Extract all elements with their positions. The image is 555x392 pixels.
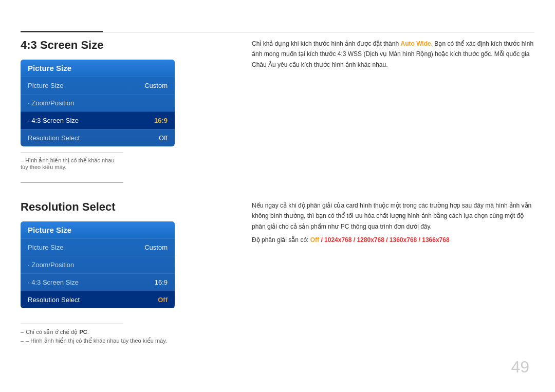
- section2-title: Resolution Select: [21, 200, 267, 214]
- menu-header-2: Picture Size: [21, 221, 175, 238]
- res-values: / 1024x768 / 1280x768 / 1360x768 / 1366x…: [319, 236, 450, 244]
- menu-item-zoom-position-2[interactable]: · Zoom/Position: [21, 256, 175, 273]
- menu-panel-2: Picture Size Picture Size Custom · Zoom/…: [21, 221, 175, 308]
- note-pc: PC: [80, 329, 87, 335]
- menu-item-label: Resolution Select: [28, 296, 80, 304]
- section-43-screen-size: 4:3 Screen Size Picture Size Picture Siz…: [21, 39, 267, 171]
- menu-item-label: · 4:3 Screen Size: [28, 117, 79, 124]
- menu-item-label: Picture Size: [28, 244, 63, 251]
- resolution-label: Độ phân giải sẵn có:: [252, 236, 310, 244]
- menu-item-zoom-position[interactable]: · Zoom/Position: [21, 94, 175, 111]
- menu-item-value: 16:9: [155, 278, 168, 286]
- divider-2: [21, 324, 123, 324]
- section1-note: – Hình ảnh hiển thị có thể khác nhau tùy…: [21, 153, 123, 171]
- section-resolution-select: Resolution Select Picture Size Picture S…: [21, 200, 267, 308]
- section2-description: Nếu ngay cả khi độ phân giải của card hì…: [252, 200, 534, 246]
- res-off: Off: [310, 236, 319, 244]
- menu-header-1: Picture Size: [21, 60, 175, 77]
- section1-title: 4:3 Screen Size: [21, 39, 267, 52]
- note-text-2: – Hình ảnh hiển thị có thể khác nhau tùy…: [26, 338, 167, 344]
- section1-note-text: – Hình ảnh hiển thị có thể khác nhau tùy…: [21, 157, 114, 170]
- menu-item-label: Resolution Select: [28, 134, 80, 142]
- menu-item-43-screen-size[interactable]: · 4:3 Screen Size 16:9: [21, 111, 175, 129]
- menu-item-43-screen-size-2[interactable]: · 4:3 Screen Size 16:9: [21, 273, 175, 291]
- note-line-1: – Chỉ có sẵn ở chế độ PC.: [21, 329, 175, 335]
- menu-item-picture-size[interactable]: Picture Size Custom: [21, 77, 175, 94]
- menu-item-value: Custom: [144, 244, 168, 251]
- menu-item-resolution-select-1[interactable]: Resolution Select Off: [21, 129, 175, 146]
- menu-item-value: 16:9: [154, 117, 168, 124]
- section2-para1: Nếu ngay cả khi độ phân giải của card hì…: [252, 200, 534, 232]
- menu-panel-1: Picture Size Picture Size Custom · Zoom/…: [21, 60, 175, 146]
- top-line-right: [103, 32, 534, 32]
- desc1-before: Chỉ khả dụng khi kích thước hình ảnh đượ…: [252, 40, 400, 47]
- menu-item-value: Off: [158, 296, 168, 304]
- menu-item-label: · Zoom/Position: [28, 261, 74, 269]
- top-line-left: [21, 31, 103, 32]
- menu-item-resolution-select-2[interactable]: Resolution Select Off: [21, 291, 175, 308]
- note-line-2: – – Hình ảnh hiển thị có thể khác nhau t…: [21, 338, 175, 344]
- menu-item-picture-size-2[interactable]: Picture Size Custom: [21, 238, 175, 256]
- menu-item-value: Custom: [144, 82, 168, 89]
- page-number: 49: [511, 358, 529, 377]
- desc1-highlight: Auto Wide: [400, 40, 431, 47]
- section2-notes: – Chỉ có sẵn ở chế độ PC. – – Hình ảnh h…: [21, 329, 175, 346]
- resolution-list: Độ phân giải sẵn có: Off / 1024x768 / 12…: [252, 235, 534, 245]
- menu-item-value: Off: [159, 134, 168, 142]
- menu-item-label: · 4:3 Screen Size: [28, 278, 79, 286]
- menu-item-label: · Zoom/Position: [28, 99, 74, 107]
- section1-description: Chỉ khả dụng khi kích thước hình ảnh đượ…: [252, 39, 534, 70]
- divider-1: [21, 182, 123, 183]
- menu-item-label: Picture Size: [28, 82, 63, 89]
